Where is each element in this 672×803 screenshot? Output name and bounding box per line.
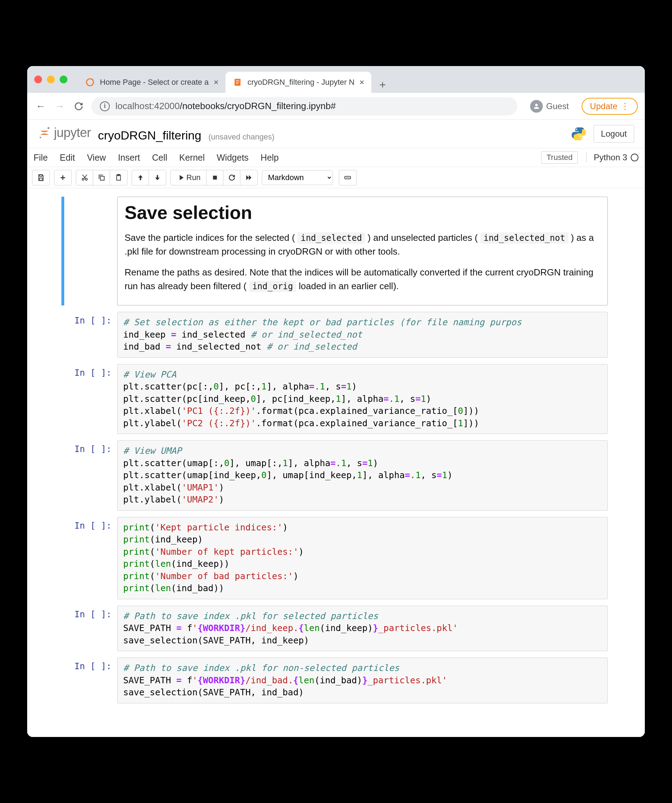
close-window-button[interactable]	[34, 76, 42, 83]
reload-button[interactable]	[72, 100, 85, 113]
kernel-indicator[interactable]: Python 3	[586, 153, 638, 163]
site-info-icon[interactable]: i	[100, 101, 110, 111]
svg-point-1	[92, 79, 93, 80]
menu-kernel[interactable]: Kernel	[179, 153, 205, 163]
code-input[interactable]: # Path to save index .pkl for non-select…	[117, 658, 608, 704]
jupyter-favicon-icon	[85, 77, 95, 87]
inline-code: ind_selected	[297, 232, 365, 244]
titlebar: Home Page - Select or create a × cryoDRG…	[27, 66, 645, 93]
jupyter-header: jupyter cryoDRGN_filtering (unsaved chan…	[27, 120, 645, 148]
svg-rect-18	[213, 176, 217, 179]
update-button[interactable]: Update ⋮	[582, 98, 638, 115]
cell-prompt: In [ ]:	[64, 658, 117, 704]
notebook-name[interactable]: cryoDRGN_filtering	[98, 128, 201, 142]
url-field[interactable]: i localhost:42000/notebooks/cryoDRGN_fil…	[91, 97, 518, 115]
svg-rect-3	[236, 80, 239, 81]
svg-point-10	[580, 138, 582, 139]
menu-edit[interactable]: Edit	[60, 153, 75, 163]
svg-rect-15	[100, 176, 104, 180]
markdown-heading: Save selection	[125, 202, 601, 223]
interrupt-button[interactable]	[206, 170, 223, 185]
run-label: Run	[187, 173, 200, 182]
menu-view[interactable]: View	[87, 153, 106, 163]
browser-tabs: Home Page - Select or create a × cryoDRG…	[78, 66, 638, 93]
back-button[interactable]: ←	[34, 100, 47, 113]
menubar-left: File Edit View Insert Cell Kernel Widget…	[34, 153, 279, 163]
menu-insert[interactable]: Insert	[118, 153, 140, 163]
code-input[interactable]: # Path to save index .pkl for selected p…	[117, 606, 608, 652]
paste-button[interactable]	[110, 170, 127, 185]
new-tab-button[interactable]: ＋	[374, 76, 391, 93]
page-content: jupyter cryoDRGN_filtering (unsaved chan…	[27, 120, 645, 737]
code-input[interactable]: # View UMAP plt.scatter(umap[:,0], umap[…	[117, 441, 608, 510]
svg-point-9	[576, 128, 577, 130]
restart-button[interactable]	[223, 170, 240, 185]
forward-button[interactable]: →	[53, 100, 66, 113]
markdown-paragraph: Rename the paths as desired. Note that t…	[125, 265, 601, 293]
menu-file[interactable]: File	[34, 153, 48, 163]
url-path: /notebooks/cryoDRGN_filtering.ipynb#	[180, 101, 336, 111]
browser-tab-notebook[interactable]: cryoDRGN_filtering - Jupyter N ×	[226, 72, 371, 93]
code-cell[interactable]: In [ ]: # View PCA plt.scatter(pc[:,0], …	[64, 364, 608, 434]
code-input[interactable]: # View PCA plt.scatter(pc[:,0], pc[:,1],…	[117, 364, 608, 434]
code-cell[interactable]: In [ ]: # Path to save index .pkl for no…	[64, 658, 608, 704]
minimize-window-button[interactable]	[47, 76, 55, 83]
markdown-paragraph: Save the particle indices for the select…	[125, 231, 601, 258]
cell-prompt: In [ ]:	[64, 517, 117, 599]
cut-button[interactable]	[76, 170, 93, 185]
cell-prompt: In [ ]:	[64, 364, 117, 434]
save-button[interactable]	[32, 170, 49, 185]
url-port: :42000	[152, 101, 180, 111]
markdown-body: Save selection Save the particle indices…	[117, 197, 608, 306]
copy-button[interactable]	[93, 170, 110, 185]
svg-point-6	[535, 104, 537, 106]
kernel-name: Python 3	[594, 153, 627, 163]
code-input[interactable]: print('Kept particle indices:') print(in…	[117, 517, 608, 599]
notebook-inner: Save selection Save the particle indices…	[64, 197, 608, 704]
run-button[interactable]: Run	[171, 170, 206, 185]
menu-help[interactable]: Help	[260, 153, 278, 163]
code-input[interactable]: # Set selection as either the kept or ba…	[117, 312, 608, 358]
markdown-cell[interactable]: Save selection Save the particle indices…	[62, 197, 608, 306]
menu-widgets[interactable]: Widgets	[217, 153, 248, 163]
toolbar: Run Markdown	[27, 167, 645, 188]
browser-tab-home[interactable]: Home Page - Select or create a ×	[78, 72, 226, 93]
menu-cell[interactable]: Cell	[152, 153, 167, 163]
profile-chip[interactable]: Guest	[524, 98, 575, 115]
jupyter-header-right: Logout	[571, 125, 634, 143]
update-label: Update	[590, 101, 617, 111]
logout-button[interactable]: Logout	[594, 125, 634, 143]
close-tab-icon[interactable]: ×	[214, 77, 219, 87]
cell-prompt: In [ ]:	[64, 606, 117, 652]
cell-prompt: In [ ]:	[64, 312, 117, 358]
svg-rect-5	[236, 83, 238, 84]
code-cell[interactable]: In [ ]: print('Kept particle indices:') …	[64, 517, 608, 599]
code-cell[interactable]: In [ ]: # Path to save index .pkl for se…	[64, 606, 608, 652]
code-cell[interactable]: In [ ]: # View UMAP plt.scatter(umap[:,0…	[64, 441, 608, 510]
tab-title: cryoDRGN_filtering - Jupyter N	[247, 78, 354, 87]
inline-code: ind_orig	[249, 281, 297, 292]
svg-rect-11	[39, 174, 42, 176]
move-up-button[interactable]	[132, 170, 149, 185]
autosave-status: (unsaved changes)	[208, 132, 274, 141]
code-cell[interactable]: In [ ]: # Set selection as either the ke…	[64, 312, 608, 358]
jupyter-brand: jupyter	[54, 125, 91, 140]
restart-run-all-button[interactable]	[240, 170, 257, 185]
more-icon: ⋮	[621, 101, 629, 111]
maximize-window-button[interactable]	[60, 76, 67, 83]
svg-rect-4	[236, 82, 239, 82]
python-logo-icon	[571, 126, 587, 141]
move-down-button[interactable]	[149, 170, 166, 185]
add-cell-button[interactable]	[54, 170, 71, 185]
trusted-badge[interactable]: Trusted	[541, 151, 578, 164]
close-tab-icon[interactable]: ×	[359, 77, 364, 87]
jupyter-logo[interactable]: jupyter	[38, 125, 91, 140]
guest-avatar-icon	[530, 100, 543, 113]
tab-title: Home Page - Select or create a	[100, 78, 209, 87]
notebook-favicon-icon	[232, 77, 242, 87]
notebook-area[interactable]: Save selection Save the particle indices…	[27, 188, 645, 737]
jupyter-header-left: jupyter cryoDRGN_filtering (unsaved chan…	[38, 125, 274, 142]
cell-prompt: In [ ]:	[64, 441, 117, 510]
cell-type-select[interactable]: Markdown	[262, 170, 333, 185]
command-palette-button[interactable]	[339, 170, 356, 185]
